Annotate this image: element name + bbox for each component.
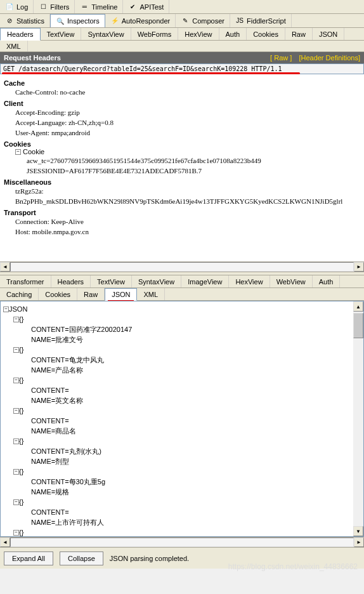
raw-link[interactable]: [ Raw ]: [270, 54, 292, 62]
json-name[interactable]: NAME=英文名称: [3, 395, 361, 406]
json-object[interactable]: − {}: [3, 436, 361, 446]
resp-tab-imageview[interactable]: ImageView: [181, 275, 229, 287]
log-label: Log: [16, 3, 28, 11]
json-vscroll[interactable]: ▲ ▼: [353, 301, 363, 536]
log-tab[interactable]: 📄Log: [0, 0, 34, 13]
json-name[interactable]: NAME=商品名: [3, 426, 361, 436]
composer-tab[interactable]: ✎Composer: [176, 14, 230, 27]
scroll-left-icon[interactable]: ◄: [0, 538, 10, 547]
tree-collapse-icon[interactable]: −: [13, 378, 19, 383]
tab-cookies[interactable]: Cookies: [247, 28, 285, 40]
tab-json[interactable]: JSON: [313, 28, 344, 40]
json-name[interactable]: NAME=规格: [3, 487, 361, 497]
resp-tab-xml[interactable]: XML: [137, 288, 165, 300]
scroll-down-icon[interactable]: ▼: [353, 526, 363, 536]
inspectors-tab[interactable]: 🔍Inspectors: [50, 14, 105, 27]
autoresponder-tab[interactable]: ⚡AutoResponder: [105, 14, 176, 27]
tree-label: {}: [19, 406, 23, 416]
tree-collapse-icon[interactable]: −: [13, 317, 19, 322]
json-object[interactable]: − {}: [3, 527, 361, 537]
client-item[interactable]: Accept-Encoding: gzip: [4, 107, 360, 117]
scroll-track[interactable]: [10, 538, 354, 547]
timeline-tab[interactable]: ═Timeline: [75, 0, 123, 13]
transport-item[interactable]: Host: mobile.nmpa.gov.cn: [4, 227, 360, 237]
section-transport: Transport: [4, 209, 360, 216]
apitest-tab[interactable]: ✔APITest: [123, 0, 169, 13]
tab-hexview[interactable]: HexView: [178, 28, 219, 40]
cache-item[interactable]: Cache-Control: no-cache: [4, 87, 360, 97]
fiddlerscript-tab[interactable]: JSFiddlerScript: [230, 14, 292, 27]
statistics-tab[interactable]: ⊘Statistics: [0, 14, 50, 27]
scroll-track[interactable]: [353, 338, 363, 526]
tab-textview[interactable]: TextView: [41, 28, 82, 40]
scroll-track[interactable]: [10, 262, 354, 272]
json-object[interactable]: − {}: [3, 466, 361, 477]
filters-tab[interactable]: ☐Filters: [34, 0, 75, 13]
scroll-up-icon[interactable]: ▲: [353, 301, 363, 312]
cookie-node[interactable]: − Cookie: [4, 148, 360, 155]
tree-collapse-icon[interactable]: −: [3, 307, 9, 312]
json-content[interactable]: CONTENT=: [3, 507, 361, 517]
json-object[interactable]: − {}: [3, 497, 361, 507]
json-object[interactable]: − {}: [3, 406, 361, 416]
misc-item[interactable]: tzRgz52a: Bn2pPHb_mkSDLDBvH62bWKN29l89NV…: [4, 186, 360, 206]
cookie-item[interactable]: acw_tc=2760776915966934651951544e375c099…: [4, 155, 360, 166]
scroll-right-icon[interactable]: ►: [354, 538, 364, 547]
scroll-right-icon[interactable]: ►: [354, 262, 364, 272]
json-root[interactable]: − JSON: [3, 304, 361, 314]
resp-tab-transformer[interactable]: Transformer: [0, 275, 51, 287]
resp-tab-webview[interactable]: WebView: [270, 275, 313, 287]
resp-tab-textview[interactable]: TextView: [91, 275, 132, 287]
json-content[interactable]: CONTENT=国药准字Z20020147: [3, 324, 361, 334]
transport-item[interactable]: Connection: Keep-Alive: [4, 216, 360, 227]
tree-collapse-icon[interactable]: −: [13, 499, 19, 505]
json-name[interactable]: NAME=上市许可持有人: [3, 517, 361, 527]
json-name[interactable]: NAME=剂型: [3, 456, 361, 466]
json-object[interactable]: − {}: [3, 345, 361, 355]
tab-xml[interactable]: XML: [0, 41, 28, 51]
json-content[interactable]: CONTENT=龟龙中风丸: [3, 355, 361, 365]
tree-collapse-icon[interactable]: −: [13, 469, 19, 475]
json-content[interactable]: CONTENT=: [3, 416, 361, 426]
json-tree[interactable]: ▲ ▼ − JSON− {}CONTENT=国药准字Z20020147NAME=…: [0, 301, 364, 537]
tab-auth[interactable]: Auth: [219, 28, 247, 40]
resp-tab-auth[interactable]: Auth: [313, 275, 341, 287]
collapse-button[interactable]: Collapse: [60, 551, 103, 565]
autoresponder-icon: ⚡: [110, 16, 119, 25]
tab-headers[interactable]: Headers: [0, 28, 41, 41]
json-content[interactable]: CONTENT=每30丸重5g: [3, 477, 361, 487]
json-content[interactable]: CONTENT=: [3, 385, 361, 395]
expand-all-button[interactable]: Expand All: [4, 551, 53, 565]
request-hscroll[interactable]: ◄ ►: [0, 261, 364, 272]
header-defs-link[interactable]: [Header Definitions]: [299, 54, 360, 62]
resp-tab-syntaxview[interactable]: SyntaxView: [132, 275, 181, 287]
resp-tab-raw[interactable]: Raw: [77, 288, 105, 300]
client-item[interactable]: User-Agent: nmpa;android: [4, 128, 360, 138]
cookie-label: Cookie: [23, 148, 44, 155]
request-line[interactable]: GET /datasearch/QueryRecord?tableId=25&s…: [0, 63, 364, 74]
json-hscroll[interactable]: ◄ ►: [0, 537, 364, 547]
tab-syntaxview[interactable]: SyntaxView: [81, 28, 131, 40]
tree-collapse-icon[interactable]: −: [13, 347, 19, 353]
resp-tab-caching[interactable]: Caching: [0, 288, 39, 300]
tree-collapse-icon[interactable]: −: [13, 408, 19, 414]
json-name[interactable]: NAME=产品名称: [3, 365, 361, 375]
json-content[interactable]: CONTENT=丸剂(水丸): [3, 446, 361, 456]
json-name[interactable]: NAME=批准文号: [3, 334, 361, 345]
scroll-left-icon[interactable]: ◄: [0, 262, 10, 272]
cookie-item[interactable]: JSESSIONID=AF617F7F56BE4E4E7321ADECADF57…: [4, 166, 360, 176]
tab-webforms[interactable]: WebForms: [131, 28, 179, 40]
scroll-thumb[interactable]: [353, 313, 363, 338]
tree-collapse-icon[interactable]: −: [13, 439, 19, 444]
tab-raw[interactable]: Raw: [285, 28, 313, 40]
json-object[interactable]: − {}: [3, 314, 361, 324]
client-item[interactable]: Accept-Language: zh-CN,zh;q=0.8: [4, 117, 360, 128]
resp-tab-hexview[interactable]: HexView: [229, 275, 270, 287]
tree-collapse-icon[interactable]: −: [13, 530, 19, 536]
resp-tab-headers[interactable]: Headers: [51, 275, 91, 287]
resp-tab-json[interactable]: JSON: [105, 288, 137, 301]
resp-tab-cookies[interactable]: Cookies: [39, 288, 77, 300]
tree-collapse-icon[interactable]: −: [15, 149, 21, 155]
request-header-bar: Request Headers [ Raw ] [Header Definiti…: [0, 52, 364, 63]
json-object[interactable]: − {}: [3, 375, 361, 385]
